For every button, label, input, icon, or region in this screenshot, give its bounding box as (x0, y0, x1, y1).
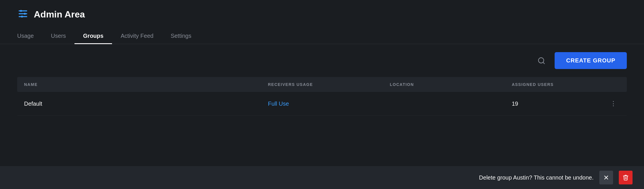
app-container: Admin Area Usage Users Groups Activity F… (0, 0, 644, 189)
search-button[interactable] (535, 54, 548, 67)
table-header-row: NAME RECEIVERS USAGE LOCATION ASSIGNED U… (17, 77, 627, 92)
sliders-icon (17, 8, 29, 21)
svg-line-7 (543, 62, 545, 64)
tab-usage[interactable]: Usage (17, 29, 42, 44)
delete-confirmation-banner: Delete group Austin? This cannot be undo… (0, 166, 644, 189)
search-icon (537, 57, 545, 65)
col-header-assigned: ASSIGNED USERS (505, 77, 596, 92)
header: Admin Area (0, 0, 644, 29)
col-header-receivers: RECEIVERS USAGE (261, 77, 383, 92)
col-header-location: LOCATION (383, 77, 505, 92)
svg-point-4 (24, 13, 26, 15)
tab-groups[interactable]: Groups (74, 29, 112, 44)
row-name: Default (17, 92, 261, 116)
notification-close-button[interactable] (599, 171, 613, 184)
create-group-button[interactable]: CREATE GROUP (555, 52, 627, 69)
notification-message: Delete group Austin? This cannot be undo… (479, 174, 594, 181)
table-row: Default Full Use 19 ⋮ (17, 92, 627, 116)
row-location (383, 92, 505, 116)
groups-table: NAME RECEIVERS USAGE LOCATION ASSIGNED U… (17, 77, 627, 116)
nav-tabs: Usage Users Groups Activity Feed Setting… (0, 29, 644, 44)
svg-point-3 (20, 10, 22, 12)
close-icon (603, 174, 609, 181)
svg-point-5 (21, 16, 23, 18)
row-assigned-users: 19 (505, 92, 596, 116)
col-header-name: NAME (17, 77, 261, 92)
toolbar: CREATE GROUP (0, 44, 644, 77)
row-actions-cell: ⋮ (596, 92, 627, 116)
tab-activity-feed[interactable]: Activity Feed (112, 29, 162, 44)
col-header-actions (596, 77, 627, 92)
tab-settings[interactable]: Settings (162, 29, 200, 44)
row-receivers-usage: Full Use (261, 92, 383, 116)
more-options-button[interactable]: ⋮ (607, 98, 620, 109)
app-title: Admin Area (34, 9, 85, 20)
tab-users[interactable]: Users (42, 29, 74, 44)
trash-icon (623, 174, 629, 181)
notification-delete-button[interactable] (619, 171, 633, 184)
